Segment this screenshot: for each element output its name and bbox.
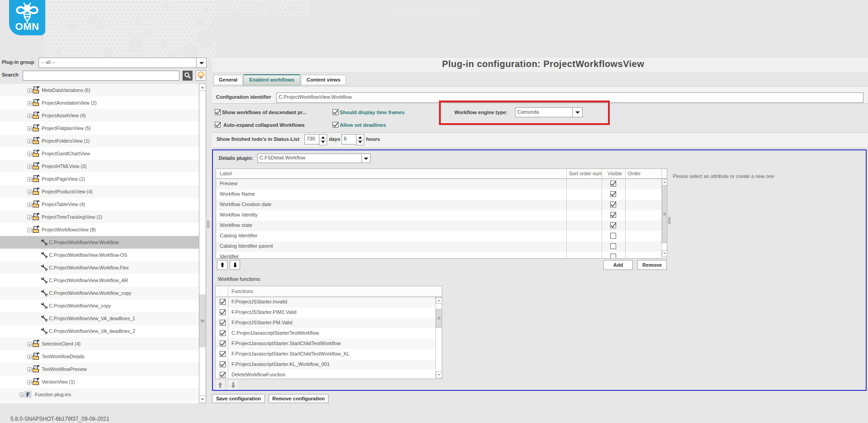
svg-text:OMN: OMN: [15, 21, 39, 32]
